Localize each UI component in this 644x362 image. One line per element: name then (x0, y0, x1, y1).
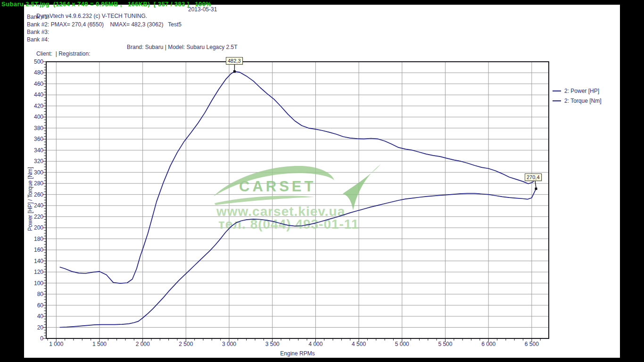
peak-torque-callout: 482,3 (226, 57, 243, 65)
peak-power-callout: 270,4 (525, 173, 542, 181)
dyno-curves (24, 5, 620, 358)
viewer-filename-info: Subaru 2.5T.jpg (1264 x 749 = 0.95MB , 1… (1, 0, 211, 8)
dyno-chart-image: DynaVtech v4.9.6.232 (c) V-TECH TUNING. … (24, 5, 620, 358)
viewer-window: DynaVtech v4.9.6.232 (c) V-TECH TUNING. … (0, 0, 644, 362)
